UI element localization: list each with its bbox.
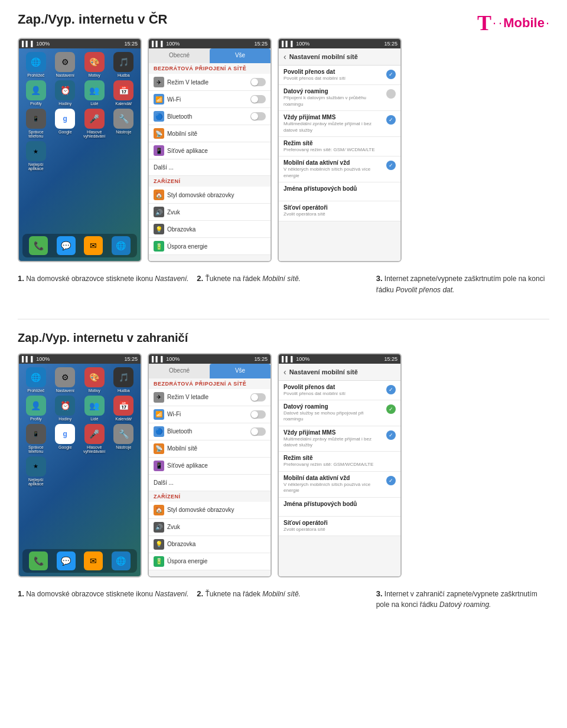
net-item-operatori-1[interactable]: Síťoví operátoři Zvolit operátora sítě xyxy=(279,201,400,221)
net-item-operatori-2[interactable]: Síťoví operátoři Zvolit operátora sítě xyxy=(279,517,400,536)
app-spravce-2[interactable]: 📱 Správce telefonu xyxy=(22,424,50,453)
check-mms-1[interactable]: ✓ xyxy=(386,115,396,125)
app-kalendar[interactable]: 📅 Kalendář xyxy=(110,80,138,106)
settings-item-styl-1[interactable]: 🏠 Styl domovské obrazovky xyxy=(149,187,271,204)
dock-sms-2[interactable]: 💬 xyxy=(57,551,76,570)
settings-item-zvuk-2[interactable]: 🔊 Zvuk xyxy=(149,519,271,536)
app-profily-2[interactable]: 👤 Profily xyxy=(22,396,50,421)
net-item-roaming-1[interactable]: Datový roaming Připojení k datovým služb… xyxy=(279,85,400,111)
settings-item-bluetooth-1[interactable]: 🔵 Bluetooth xyxy=(149,108,271,125)
app-nastroje[interactable]: 🔧 Nástroje xyxy=(110,109,138,138)
check-roaming-1[interactable] xyxy=(386,89,396,99)
dock-email[interactable]: ✉ xyxy=(84,236,103,255)
step3-2: 3. Internet v zahraničí zapnete/vypnete … xyxy=(376,588,549,611)
toggle-bluetooth-1[interactable] xyxy=(250,112,266,120)
app-lide-2[interactable]: 👥 Lidé xyxy=(81,396,108,421)
check-prenosDat-1[interactable]: ✓ xyxy=(386,70,396,79)
net-item-mms-2[interactable]: Vždy přijímat MMS Multimediální zprávy m… xyxy=(279,426,400,452)
icon-wifi-2: 📶 xyxy=(154,409,164,420)
app-prohlizec[interactable]: 🌐 Prohlížeč xyxy=(22,52,50,77)
toggle-letadlo-1[interactable] xyxy=(250,78,266,86)
back-arrow-1[interactable]: ‹ xyxy=(284,52,286,61)
settings-item-mobilni-2[interactable]: 📡 Mobilní sítě xyxy=(149,440,271,458)
toggle-letadlo-2[interactable] xyxy=(250,393,266,401)
settings-item-sitove-1[interactable]: 📱 Síťové aplikace xyxy=(149,142,271,159)
label-uspora-2: Úspora energie xyxy=(167,558,207,564)
app-kalendar-2[interactable]: 📅 Kalendář xyxy=(110,396,138,421)
net-item-mobilniData-2[interactable]: Mobilní data aktivní vžd V některých mob… xyxy=(279,472,400,498)
settings-item-obrazovka-2[interactable]: 💡 Obrazovka xyxy=(149,536,271,553)
settings-item-letadlo-2[interactable]: ✈ Režim V letadle xyxy=(149,389,271,406)
toggle-wifi-1[interactable] xyxy=(250,95,266,103)
app-grid-row4-2: ★ Nejlepší aplikace xyxy=(22,456,137,486)
mobile-text: Mobile xyxy=(503,15,545,31)
settings-item-uspora-2[interactable]: 🔋 Úspora energie xyxy=(149,553,271,570)
app-nastaveni-2[interactable]: ⚙ Nastavení xyxy=(52,367,79,393)
app-google[interactable]: g Google xyxy=(52,109,79,138)
app-hudba-2[interactable]: 🎵 Hudba xyxy=(110,367,138,393)
app-google-2[interactable]: g Google xyxy=(52,424,79,453)
dock-sms[interactable]: 💬 xyxy=(57,236,76,255)
settings-item-letadlo-1[interactable]: ✈ Režim V letadle xyxy=(149,74,271,91)
net-item-rezimSite-sub-1: Preferovaný režim sítě: GSM/ WCDMA/LTE xyxy=(284,147,393,153)
status-bar-3: ▌▌ ▌ 100% 15:25 xyxy=(279,39,400,48)
app-nejlepsi[interactable]: ★ Nejlepší aplikace xyxy=(22,141,50,171)
mobile-net-header-1: ‹ Nastavení mobilní sítě xyxy=(279,48,400,66)
back-arrow-2[interactable]: ‹ xyxy=(284,367,286,377)
settings-item-wifi-2[interactable]: 📶 Wi-Fi xyxy=(149,406,271,423)
net-item-jmena-2[interactable]: Jména přístupových bodů xyxy=(279,498,400,517)
app-motivy-2[interactable]: 🎨 Motivy xyxy=(81,367,108,393)
check-mobilniData-2[interactable]: ✓ xyxy=(386,476,396,485)
dock-phone[interactable]: 📞 xyxy=(29,236,48,255)
tab-obecne-2[interactable]: Obecné xyxy=(149,364,210,378)
net-item-mobilniData-1[interactable]: Mobilní data aktivní vžd V některých mob… xyxy=(279,156,400,182)
label-mobilni-1: Mobilní sítě xyxy=(167,130,197,137)
app-hodiny-2[interactable]: ⏰ Hodiny xyxy=(52,396,79,421)
check-roaming-2[interactable]: ✓ xyxy=(386,404,396,414)
settings-item-obrazovka-1[interactable]: 💡 Obrazovka xyxy=(149,221,271,238)
tab-vse-2[interactable]: Vše xyxy=(210,364,271,378)
net-item-prenosDat-2[interactable]: Povolit přenos dat Povolit přenos dat mo… xyxy=(279,381,400,400)
dock-email-2[interactable]: ✉ xyxy=(84,551,103,570)
toggle-bluetooth-2[interactable] xyxy=(250,427,266,436)
settings-item-sitove-2[interactable]: 📱 Síťové aplikace xyxy=(149,458,271,475)
settings-item-dalsi-2[interactable]: Další ... xyxy=(149,475,271,491)
check-mms-2[interactable]: ✓ xyxy=(386,430,396,440)
dock-phone-2[interactable]: 📞 xyxy=(29,551,48,570)
settings-item-bluetooth-2[interactable]: 🔵 Bluetooth xyxy=(149,423,271,440)
app-nejlepsi-2[interactable]: ★ Nejlepší aplikace xyxy=(22,456,50,486)
app-lide[interactable]: 👥 Lidé xyxy=(81,80,108,106)
net-item-rezimSite-2[interactable]: Režim sítě Preferovaný režim sítě: GSM/W… xyxy=(279,452,400,471)
tab-vse-1[interactable]: Vše xyxy=(210,48,271,63)
screenshots-row-1: ▌▌ ▌ 100% 15:25 🌐 Prohlížeč ⚙ Nastavení … xyxy=(18,38,549,262)
status-signal-1: ▌▌ ▌ 100% xyxy=(22,41,50,47)
app-motivy[interactable]: 🎨 Motivy xyxy=(81,52,108,77)
dock-browser[interactable]: 🌐 xyxy=(112,236,131,255)
app-hodiny[interactable]: ⏰ Hodiny xyxy=(52,80,79,106)
app-hudba[interactable]: 🎵 Hudba xyxy=(110,52,138,77)
tab-obecne-1[interactable]: Obecné xyxy=(149,48,210,63)
section-bezdr-2: BEZDRÁTOVÁ PŘIPOJENÍ A SÍTĚ xyxy=(149,378,271,389)
app-nastaveni[interactable]: ⚙ Nastavení xyxy=(52,52,79,77)
settings-item-wifi-1[interactable]: 📶 Wi-Fi xyxy=(149,91,271,108)
settings-item-uspora-1[interactable]: 🔋 Úspora energie xyxy=(149,238,271,255)
settings-item-mobilni-1[interactable]: 📡 Mobilní sítě xyxy=(149,125,271,142)
dock-browser-2[interactable]: 🌐 xyxy=(112,551,131,570)
settings-item-styl-2[interactable]: 🏠 Styl domovské obrazovky xyxy=(149,502,271,519)
app-profily[interactable]: 👤 Profily xyxy=(22,80,50,106)
net-item-prenosDat-1[interactable]: Povolit přenos dat Povolit přenos dat mo… xyxy=(279,66,400,85)
settings-item-dalsi-1[interactable]: Další ... xyxy=(149,159,271,176)
net-item-jmena-1[interactable]: Jména přístupových bodů xyxy=(279,182,400,201)
app-hlasove-2[interactable]: 🎤 Hlasové vyhledávání xyxy=(81,424,108,453)
net-item-mms-1[interactable]: Vždy přijímat MMS Multimediální zprávy m… xyxy=(279,111,400,137)
app-nastroje-2[interactable]: 🔧 Nástroje xyxy=(110,424,138,453)
toggle-wifi-2[interactable] xyxy=(250,410,266,419)
check-prenosDat-2[interactable]: ✓ xyxy=(386,385,396,394)
check-mobilniData-1[interactable]: ✓ xyxy=(386,161,396,170)
net-item-roaming-2[interactable]: Datový roaming Datové služby se mohou př… xyxy=(279,400,400,426)
settings-item-zvuk-1[interactable]: 🔊 Zvuk xyxy=(149,204,271,221)
app-prohlizec-2[interactable]: 🌐 Prohlížeč xyxy=(22,367,50,393)
app-hlasove[interactable]: 🎤 Hlasové vyhledávání xyxy=(81,109,108,138)
net-item-rezimSite-1[interactable]: Režim sítě Preferovaný režim sítě: GSM/ … xyxy=(279,137,400,156)
app-spravce[interactable]: 📱 Správce telefonu xyxy=(22,109,50,138)
